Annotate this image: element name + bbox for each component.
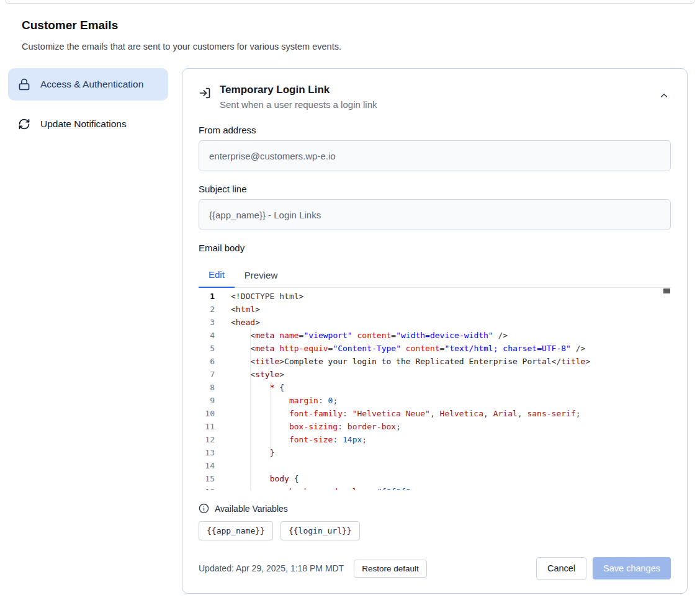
indent-guide (270, 381, 271, 459)
card-header: Temporary Login Link Sent when a user re… (199, 84, 671, 110)
email-body-label: Email body (199, 243, 671, 253)
card-subtitle: Sent when a user requests a login link (220, 99, 377, 110)
card-title: Temporary Login Link (220, 84, 377, 96)
sidebar-item-access-authentication[interactable]: Access & Authentication (8, 68, 168, 101)
card-header-text: Temporary Login Link Sent when a user re… (220, 84, 377, 110)
editor-scrollbar-thumb[interactable] (663, 288, 670, 293)
log-in-icon (199, 87, 211, 99)
variable-chips: {{app_name}} {{login_url}} (199, 521, 671, 540)
updated-timestamp: Updated: Apr 29, 2025, 1:18 PM MDT (199, 563, 344, 573)
content-layout: Access & Authentication Update Notificat… (0, 51, 700, 594)
restore-default-button[interactable]: Restore default (354, 560, 427, 578)
tab-preview[interactable]: Preview (235, 264, 287, 287)
page-header: Customer Emails Customize the emails tha… (0, 4, 700, 51)
email-body-code-editor[interactable]: 12345678910111213141516 <!DOCTYPE html><… (199, 288, 671, 490)
from-address-label: From address (199, 125, 671, 135)
collapse-button[interactable] (657, 89, 671, 104)
save-changes-button[interactable]: Save changes (593, 557, 671, 579)
cancel-button[interactable]: Cancel (536, 557, 586, 579)
variable-chip-app-name[interactable]: {{app_name}} (199, 521, 273, 540)
subject-line-input[interactable] (199, 199, 671, 230)
lock-icon (18, 78, 30, 91)
tab-edit[interactable]: Edit (199, 264, 235, 288)
refresh-icon (18, 118, 30, 130)
variable-chip-login-url[interactable]: {{login_url}} (280, 521, 360, 540)
available-variables-label: Available Variables (215, 504, 288, 514)
from-address-input[interactable] (199, 140, 671, 171)
info-icon (199, 503, 209, 514)
available-variables-row: Available Variables (199, 503, 671, 514)
card-footer: Updated: Apr 29, 2025, 1:18 PM MDT Resto… (199, 557, 671, 579)
sidebar-item-update-notifications[interactable]: Update Notifications (8, 108, 168, 140)
temporary-login-link-card: Temporary Login Link Sent when a user re… (182, 68, 688, 594)
page-subtitle: Customize the emails that are sent to yo… (22, 42, 678, 51)
email-types-sidebar: Access & Authentication Update Notificat… (8, 68, 168, 140)
indent-guide (250, 329, 251, 490)
sidebar-item-label: Update Notifications (40, 117, 127, 132)
editor-tabbar: Edit Preview (199, 264, 671, 288)
editor-code[interactable]: <!DOCTYPE html><html><head> <meta name="… (215, 290, 590, 490)
editor-gutter: 12345678910111213141516 (199, 290, 215, 490)
chevron-up-icon (658, 90, 670, 103)
sidebar-item-label: Access & Authentication (40, 77, 143, 92)
page-title: Customer Emails (22, 19, 678, 32)
subject-line-label: Subject line (199, 184, 671, 194)
